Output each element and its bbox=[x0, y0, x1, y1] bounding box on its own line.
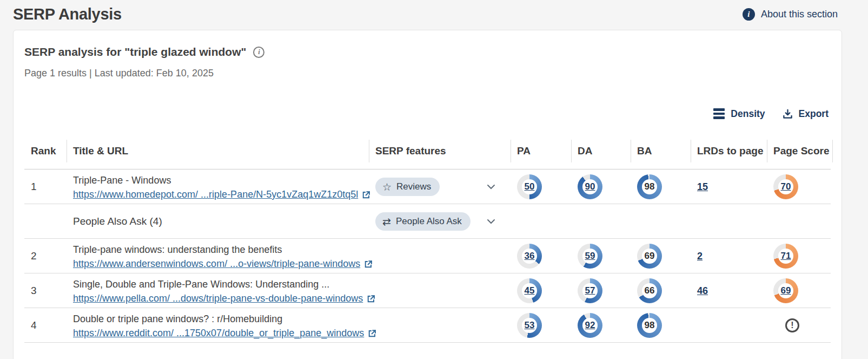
table-toolbar: Density Export bbox=[14, 80, 842, 122]
table-header-row: Rank Title & URL SERP features PA DA BA … bbox=[14, 133, 842, 169]
serp-feature-chip-people-also-ask[interactable]: ⇄ People Also Ask bbox=[375, 212, 471, 231]
page-title: SERP Analysis bbox=[13, 5, 122, 23]
table-row: 1 Triple-Pane - Windows https://www.home… bbox=[14, 169, 842, 204]
table-row-people-also-ask: People Also Ask (4) ⇄ People Also Ask bbox=[14, 204, 842, 239]
card-title-text: SERP analysis for "triple glazed window" bbox=[24, 44, 246, 60]
ba-score-value: 98 bbox=[645, 181, 655, 192]
chevron-down-icon[interactable] bbox=[487, 219, 495, 224]
result-title: Double or triple pane windows? : r/Homeb… bbox=[73, 312, 369, 325]
ba-score-value: 98 bbox=[645, 320, 655, 331]
card-title: SERP analysis for "triple glazed window"… bbox=[24, 44, 831, 60]
info-filled-icon: i bbox=[743, 8, 755, 21]
external-link-icon bbox=[362, 191, 370, 199]
rank-cell: 1 bbox=[14, 181, 67, 193]
ba-score-donut: 98 bbox=[637, 313, 662, 338]
da-score-value[interactable]: 59 bbox=[585, 251, 595, 262]
result-title: Triple-pane windows: understanding the b… bbox=[73, 243, 369, 256]
result-title: Single, Double and Triple-Pane Windows: … bbox=[73, 278, 369, 291]
table-row: 4 Double or triple pane windows? : r/Hom… bbox=[14, 308, 842, 343]
about-this-section-link[interactable]: i About this section bbox=[743, 8, 838, 21]
ba-score-donut: 66 bbox=[637, 278, 662, 303]
export-label: Export bbox=[799, 108, 829, 120]
serp-feature-chip-reviews[interactable]: ☆ Reviews bbox=[375, 178, 440, 196]
rank-cell: 3 bbox=[14, 285, 67, 297]
density-button[interactable]: Density bbox=[713, 108, 765, 120]
ba-score-value: 69 bbox=[645, 251, 655, 262]
about-this-section-label: About this section bbox=[761, 9, 838, 20]
page-header: SERP Analysis i About this section bbox=[0, 0, 868, 30]
table-row: 2 Triple-pane windows: understanding the… bbox=[14, 239, 842, 273]
result-url-link[interactable]: https://www.homedepot.com/ ...riple-Pane… bbox=[73, 188, 370, 200]
pa-score-value[interactable]: 53 bbox=[525, 320, 535, 331]
table-row: 3 Single, Double and Triple-Pane Windows… bbox=[14, 273, 842, 308]
lrds-link[interactable]: 46 bbox=[697, 285, 708, 296]
star-icon: ☆ bbox=[382, 182, 392, 192]
da-score-donut: 57 bbox=[578, 278, 602, 303]
da-score-value[interactable]: 90 bbox=[585, 181, 595, 192]
info-tooltip-icon[interactable]: i bbox=[253, 47, 264, 58]
result-title: Triple-Pane - Windows bbox=[73, 174, 369, 187]
da-score-donut: 92 bbox=[578, 313, 602, 338]
pa-score-value[interactable]: 45 bbox=[525, 285, 535, 296]
result-url-text: https://www.homedepot.com/ ...riple-Pane… bbox=[73, 188, 358, 200]
card-subtitle: Page 1 results | Last updated: Feb 10, 2… bbox=[24, 67, 831, 80]
pa-score-donut: 53 bbox=[517, 313, 542, 338]
da-score-value[interactable]: 57 bbox=[585, 285, 595, 296]
chevron-down-icon[interactable] bbox=[487, 184, 495, 190]
page-score-value[interactable]: 69 bbox=[781, 285, 791, 296]
pa-score-donut: 45 bbox=[517, 278, 542, 303]
swap-arrows-icon: ⇄ bbox=[382, 217, 391, 227]
result-url-text: https://www.pella.com/ ...dows/triple-pa… bbox=[73, 292, 363, 304]
card-header: SERP analysis for "triple glazed window"… bbox=[14, 30, 842, 80]
pa-score-value[interactable]: 50 bbox=[525, 181, 535, 192]
column-header-pa: PA bbox=[511, 139, 571, 163]
lrds-link[interactable]: 15 bbox=[697, 181, 708, 192]
column-header-rank: Rank bbox=[14, 139, 67, 163]
lrds-link[interactable]: 2 bbox=[697, 251, 703, 262]
serp-analysis-card: SERP analysis for "triple glazed window"… bbox=[13, 30, 842, 359]
page-score-donut: 69 bbox=[773, 278, 798, 303]
column-header-da: DA bbox=[571, 139, 631, 163]
density-icon bbox=[713, 108, 725, 119]
pa-score-donut: 36 bbox=[517, 244, 542, 269]
page-score-alert-icon[interactable]: ! bbox=[785, 318, 799, 332]
result-url-link[interactable]: https://www.andersenwindows.com/ ...o-vi… bbox=[73, 258, 373, 270]
density-label: Density bbox=[731, 108, 765, 120]
external-link-icon bbox=[364, 260, 373, 269]
external-link-icon bbox=[367, 295, 375, 303]
column-header-title-url: Title & URL bbox=[67, 139, 369, 163]
serp-feature-label: People Also Ask bbox=[396, 216, 462, 227]
page-score-value[interactable]: 71 bbox=[781, 251, 791, 262]
external-link-icon bbox=[368, 329, 376, 338]
export-button[interactable]: Export bbox=[783, 108, 829, 120]
result-url-link[interactable]: https://www.reddit.com/ ...1750x07/doubl… bbox=[73, 327, 376, 339]
result-url-link[interactable]: https://www.pella.com/ ...dows/triple-pa… bbox=[73, 292, 375, 304]
da-score-value[interactable]: 92 bbox=[585, 320, 595, 331]
pa-score-value[interactable]: 36 bbox=[525, 251, 535, 262]
column-header-page-score: Page Score bbox=[767, 139, 832, 163]
pa-score-donut: 50 bbox=[517, 174, 542, 199]
ba-score-value: 66 bbox=[645, 285, 655, 296]
ba-score-donut: 69 bbox=[637, 244, 662, 269]
da-score-donut: 59 bbox=[578, 244, 602, 269]
da-score-donut: 90 bbox=[578, 174, 602, 199]
download-icon bbox=[783, 109, 793, 119]
rank-cell: 2 bbox=[14, 250, 67, 262]
serp-feature-label: Reviews bbox=[396, 181, 431, 192]
page-score-value[interactable]: 70 bbox=[781, 181, 791, 192]
page-score-donut: 70 bbox=[773, 174, 798, 199]
rank-cell: 4 bbox=[14, 319, 67, 331]
result-url-text: https://www.andersenwindows.com/ ...o-vi… bbox=[73, 258, 360, 270]
ba-score-donut: 98 bbox=[637, 174, 662, 199]
column-header-serp-features: SERP features bbox=[369, 139, 511, 163]
column-header-lrds: LRDs to page bbox=[691, 139, 767, 163]
column-header-filler bbox=[832, 139, 842, 163]
result-url-text: https://www.reddit.com/ ...1750x07/doubl… bbox=[73, 327, 364, 339]
column-header-ba: BA bbox=[631, 139, 691, 163]
people-also-ask-label: People Also Ask (4) bbox=[73, 216, 369, 227]
page-score-donut: 71 bbox=[773, 244, 798, 269]
